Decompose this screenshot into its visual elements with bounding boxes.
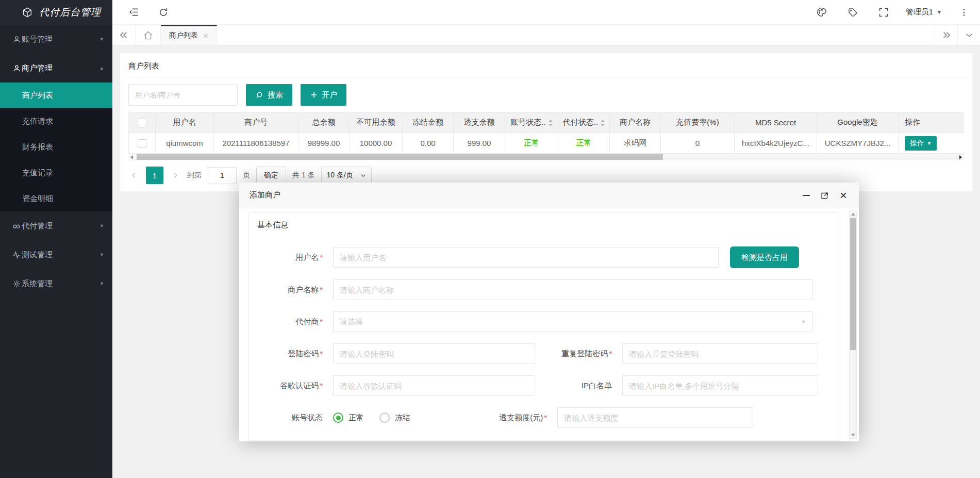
menu-fold-icon[interactable] xyxy=(125,4,142,21)
topbar-right: 管理员1 ▼ xyxy=(813,4,973,21)
col-payout-status[interactable]: 代付状态.. xyxy=(558,112,610,133)
scroll-up-arrow-icon[interactable] xyxy=(851,213,855,216)
row-actions-button[interactable]: 操作 ▼ xyxy=(905,136,937,151)
form-row-google-ip: 谷歌认证码* IP白名单 xyxy=(249,375,838,396)
col-merchant-name: 商户名称 xyxy=(610,112,661,133)
home-icon xyxy=(143,30,153,40)
username-label: 管理员1 xyxy=(906,7,933,17)
current-page-button[interactable]: 1 xyxy=(146,167,163,184)
form-row-provider: 代付商* 请选择 ▼ xyxy=(249,311,838,332)
plus-icon xyxy=(310,91,318,99)
chevron-down-icon xyxy=(360,173,366,178)
modal-header[interactable]: 添加商户 × xyxy=(239,183,859,208)
gear-icon xyxy=(11,279,22,288)
row-checkbox[interactable] xyxy=(138,139,146,148)
sidebar-item-payout-mgmt[interactable]: ∞ 代付管理 ▼ xyxy=(0,211,112,240)
col-google-key: Google密匙 xyxy=(817,112,899,133)
password2-field[interactable] xyxy=(622,343,818,364)
close-icon[interactable]: × xyxy=(203,31,208,40)
maximize-icon[interactable] xyxy=(820,190,830,201)
pulse-icon xyxy=(11,250,22,259)
goto-page-input[interactable] xyxy=(208,167,237,184)
sidebar-item-merchant-list[interactable]: 商户列表 xyxy=(0,83,112,108)
total-count-label: 共 1 条 xyxy=(292,171,315,180)
basic-info-panel: 基本信息 用户名* 检测是否占用 商户名称* 代付商* 请选择 xyxy=(248,212,838,441)
topbar: 管理员1 ▼ xyxy=(112,0,980,25)
sidebar-item-account-mgmt[interactable]: 账号管理 ▼ xyxy=(0,25,112,54)
tabs-scroll-right-icon[interactable] xyxy=(935,25,957,45)
tag-icon[interactable] xyxy=(844,4,861,21)
tabs-dropdown-icon[interactable] xyxy=(957,25,980,45)
google-code-field[interactable] xyxy=(333,375,535,396)
prev-page-icon[interactable] xyxy=(128,167,140,184)
sort-icon[interactable] xyxy=(549,120,553,126)
sidebar-item-finance-report[interactable]: 财务报表 xyxy=(0,134,112,160)
vertical-scrollbar[interactable] xyxy=(849,210,857,439)
fullscreen-icon[interactable] xyxy=(875,4,892,21)
scroll-down-arrow-icon[interactable] xyxy=(851,434,855,436)
password-label: 登陆密码* xyxy=(249,349,323,359)
tabbar: 商户列表 × xyxy=(112,25,980,45)
horizontal-scrollbar[interactable] xyxy=(128,154,964,160)
radio-status-normal[interactable] xyxy=(333,413,343,423)
merchant-table: 用户名 商户号 总余额 不可用余额 冻结金额 透支余额 账号状态.. 代付状态.… xyxy=(128,112,964,154)
kebab-menu-icon[interactable] xyxy=(955,4,973,21)
goto-confirm-button[interactable]: 确定 xyxy=(256,167,286,184)
open-account-button[interactable]: 开户 xyxy=(301,84,346,106)
sidebar-item-label: 账号管理 xyxy=(22,35,53,44)
ip-whitelist-field[interactable] xyxy=(622,375,818,396)
radio-label-normal: 正常 xyxy=(348,413,364,423)
sidebar-item-fund-detail[interactable]: 资金明细 xyxy=(0,186,112,211)
google-code-group: 谷歌认证码* xyxy=(249,375,535,396)
scroll-right-arrow-icon[interactable] xyxy=(959,155,962,159)
required-mark: * xyxy=(320,253,323,261)
merchant-name-field[interactable] xyxy=(333,279,813,300)
scrollbar-thumb[interactable] xyxy=(137,154,663,160)
goto-prefix-label: 到第 xyxy=(187,171,202,180)
scrollbar-thumb[interactable] xyxy=(850,218,856,350)
sidebar-item-system-mgmt[interactable]: 系统管理 ▼ xyxy=(0,269,112,298)
chevron-down-icon: ▼ xyxy=(99,281,104,286)
form-row-status-overdraft: 账号状态 正常 冻结 透支额度(元)* xyxy=(249,407,838,428)
form-row-username: 用户名* 检测是否占用 xyxy=(249,246,838,268)
password-field[interactable] xyxy=(333,343,535,364)
page-title: 商户列表 xyxy=(120,53,972,78)
overdraft-field[interactable] xyxy=(557,407,753,428)
username-field[interactable] xyxy=(333,247,719,268)
radio-status-frozen[interactable] xyxy=(379,413,390,423)
sort-icon[interactable] xyxy=(601,120,605,126)
chevron-down-icon: ▼ xyxy=(927,141,932,146)
user-menu[interactable]: 管理员1 ▼ xyxy=(906,7,942,17)
add-merchant-form: 用户名* 检测是否占用 商户名称* 代付商* 请选择 ▼ xyxy=(249,233,838,428)
password-group: 登陆密码* xyxy=(249,343,535,364)
tab-home[interactable] xyxy=(135,25,161,45)
page-size-select[interactable]: 10 条/页 xyxy=(321,167,372,184)
cell-recharge-rate: 0 xyxy=(661,133,735,154)
sidebar-item-merchant-mgmt[interactable]: 商户管理 ▲ xyxy=(0,54,112,83)
theme-palette-icon[interactable] xyxy=(813,4,830,21)
provider-select[interactable]: 请选择 ▼ xyxy=(333,311,813,332)
status-badge: 正常 xyxy=(558,133,610,154)
sidebar-item-recharge-request[interactable]: 充值请求 xyxy=(0,108,112,134)
cell-total-balance: 98999.00 xyxy=(298,133,350,154)
sidebar-item-test-mgmt[interactable]: 测试管理 ▼ xyxy=(0,240,112,269)
close-icon[interactable]: × xyxy=(838,190,849,201)
search-button[interactable]: 搜索 xyxy=(246,84,292,106)
col-account-status[interactable]: 账号状态.. xyxy=(505,112,558,133)
search-input[interactable] xyxy=(128,84,238,106)
tab-merchant-list[interactable]: 商户列表 × xyxy=(161,25,217,45)
form-row-passwords: 登陆密码* 重复登陆密码* xyxy=(249,343,838,364)
select-all-checkbox[interactable] xyxy=(138,119,146,127)
required-mark: * xyxy=(320,349,323,358)
scroll-left-arrow-icon[interactable] xyxy=(130,155,133,159)
check-availability-button[interactable]: 检测是否占用 xyxy=(730,246,799,268)
sidebar-item-recharge-record[interactable]: 充值记录 xyxy=(0,160,112,186)
password2-label: 重复登陆密码* xyxy=(535,349,612,359)
refresh-icon[interactable] xyxy=(155,4,172,21)
account-status-group: 账号状态 正常 冻结 xyxy=(249,413,421,423)
next-page-icon[interactable] xyxy=(170,167,181,184)
col-total-balance: 总余额 xyxy=(298,112,350,133)
tabs-scroll-left-icon[interactable] xyxy=(112,25,135,45)
chevron-down-icon: ▼ xyxy=(801,319,806,325)
minimize-icon[interactable] xyxy=(801,190,811,201)
